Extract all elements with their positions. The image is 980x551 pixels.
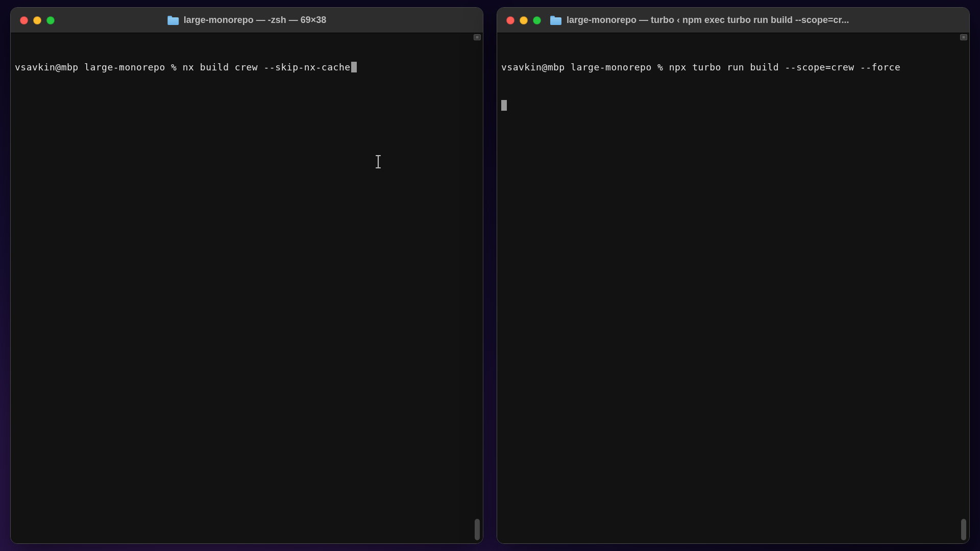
desktop: large-monorepo — -zsh — 69×38 vsavkin@mb… (0, 0, 980, 551)
minimize-icon[interactable] (33, 16, 41, 24)
titlebar-right[interactable]: large-monorepo — turbo ‹ npm exec turbo … (497, 8, 969, 33)
close-icon[interactable] (506, 16, 514, 24)
command-text: nx build crew --skip-nx-cache (183, 62, 351, 72)
window-title-left: large-monorepo — -zsh — 69×38 (167, 15, 327, 26)
text-cursor (501, 100, 507, 111)
text-cursor (351, 62, 357, 72)
prompt-line: vsavkin@mbp large-monorepo % npx turbo r… (501, 61, 965, 73)
terminal-body-right[interactable]: vsavkin@mbp large-monorepo % npx turbo r… (497, 33, 969, 543)
terminal-body-left[interactable]: vsavkin@mbp large-monorepo % nx build cr… (11, 33, 483, 543)
terminal-window-right[interactable]: large-monorepo — turbo ‹ npm exec turbo … (497, 7, 970, 544)
traffic-lights-right (506, 16, 541, 24)
terminal-window-left[interactable]: large-monorepo — -zsh — 69×38 vsavkin@mb… (10, 7, 483, 544)
window-title-right: large-monorepo — turbo ‹ npm exec turbo … (550, 15, 849, 26)
prompt-line: vsavkin@mbp large-monorepo % nx build cr… (15, 61, 479, 73)
close-icon[interactable] (20, 16, 28, 24)
scrollbar-left[interactable]: ≡ (473, 33, 482, 542)
scroll-thumb[interactable] (961, 519, 966, 540)
titlebar-left[interactable]: large-monorepo — -zsh — 69×38 (11, 8, 483, 33)
shell-prompt: vsavkin@mbp large-monorepo % (501, 62, 669, 72)
shell-prompt: vsavkin@mbp large-monorepo % (15, 62, 183, 72)
scroll-marker-icon: ≡ (474, 34, 481, 40)
scroll-thumb[interactable] (475, 519, 480, 540)
ibeam-cursor-icon (374, 130, 382, 143)
zoom-icon[interactable] (533, 16, 541, 24)
command-text: npx turbo run build --scope=crew --force (669, 62, 900, 72)
minimize-icon[interactable] (520, 16, 528, 24)
traffic-lights-left (20, 16, 55, 24)
window-title-text: large-monorepo — -zsh — 69×38 (184, 15, 327, 26)
window-title-text: large-monorepo — turbo ‹ npm exec turbo … (567, 15, 849, 26)
folder-icon (550, 16, 561, 25)
scroll-marker-icon: ≡ (960, 34, 967, 40)
scrollbar-right[interactable]: ≡ (959, 33, 968, 542)
folder-icon (167, 16, 179, 25)
zoom-icon[interactable] (46, 16, 55, 24)
